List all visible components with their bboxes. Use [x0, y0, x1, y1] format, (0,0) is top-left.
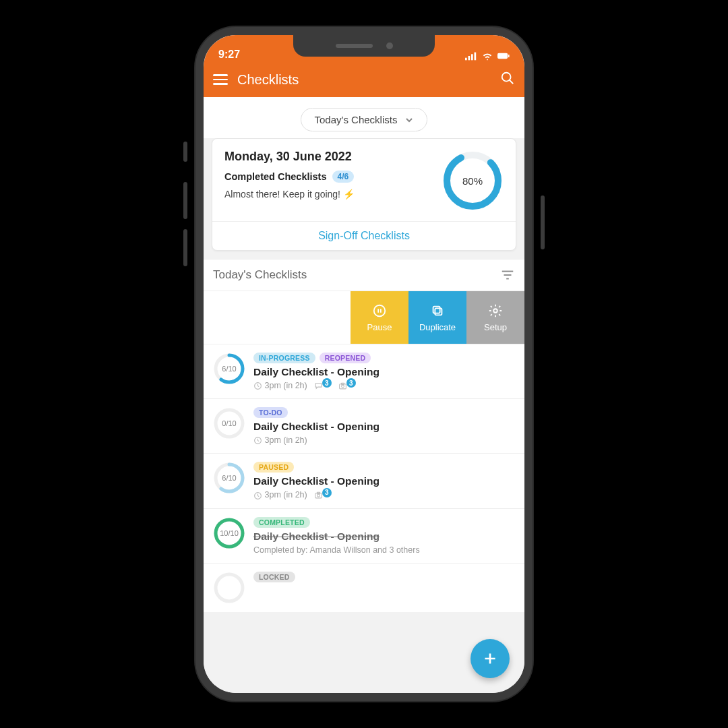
status-pill: REOPENED — [320, 353, 371, 363]
menu-button[interactable] — [213, 74, 228, 85]
time-meta: 3pm (in 2h) — [253, 435, 307, 445]
checklist-list: 6/10 IN-PROGRESSREOPENED Daily Checklist… — [204, 344, 524, 612]
summary-date: Monday, 30 June 2022 — [224, 150, 433, 164]
page-title: Checklists — [237, 72, 491, 88]
svg-rect-2 — [471, 54, 473, 60]
svg-line-7 — [510, 80, 514, 84]
completed-by: Completed by: Amanda Willson and 3 other… — [253, 545, 515, 555]
status-pill: IN-PROGRESS — [253, 353, 315, 363]
filter-icon[interactable] — [500, 268, 515, 282]
svg-rect-3 — [475, 53, 477, 61]
swipe-actions: Pause Duplicate Setup — [204, 291, 524, 344]
svg-rect-1 — [468, 56, 471, 60]
checklist-title: Daily Checklist - Opening — [253, 475, 515, 487]
duplicate-label: Duplicate — [419, 322, 456, 332]
gear-icon — [488, 303, 503, 318]
status-pill: LOCKED — [253, 572, 295, 582]
add-button[interactable] — [471, 639, 510, 678]
chevron-down-icon — [405, 116, 413, 124]
power-button — [541, 195, 545, 249]
search-icon — [500, 71, 515, 86]
duplicate-icon — [430, 303, 445, 318]
dropdown-area: Today's Checklists — [204, 97, 524, 138]
phone-notch — [293, 35, 435, 57]
plus-icon — [481, 650, 499, 667]
time-meta: 3pm (in 2h) — [253, 490, 307, 499]
svg-rect-17 — [433, 306, 440, 313]
volume-up-button — [183, 182, 187, 219]
checklist-item[interactable]: 0/10 TO-DO Daily Checklist - Opening 3pm… — [204, 398, 524, 453]
setup-action[interactable]: Setup — [466, 291, 524, 344]
status-pill: PAUSED — [253, 462, 294, 473]
progress-ring — [213, 572, 245, 604]
checklist-item[interactable]: 10/10 COMPLETED Daily Checklist - Openin… — [204, 508, 524, 563]
volume-down-button — [183, 229, 187, 266]
status-pill: TO-DO — [253, 407, 288, 418]
section-title: Today's Checklists — [213, 268, 307, 282]
checklist-title: Daily Checklist - Opening — [253, 421, 515, 433]
checklist-title: Daily Checklist - Opening — [253, 366, 515, 378]
view-selector-label: Today's Checklists — [315, 114, 398, 125]
duplicate-action[interactable]: Duplicate — [408, 291, 466, 344]
phone-frame: 9:27 Checklists Today's Checklists — [195, 27, 533, 701]
progress-count: 10/10 — [213, 517, 245, 549]
status-pill: COMPLETED — [253, 517, 310, 528]
signal-icon — [465, 51, 477, 61]
progress-ring: 0/10 — [213, 407, 245, 439]
svg-point-18 — [493, 309, 497, 313]
svg-point-13 — [374, 305, 386, 316]
camera-icon — [338, 382, 347, 390]
svg-point-23 — [341, 385, 344, 388]
clock-icon — [253, 382, 262, 390]
progress-percent: 80% — [442, 150, 504, 212]
progress-ring: 10/10 — [213, 517, 245, 549]
svg-rect-16 — [435, 308, 442, 315]
content-area: Today's Checklists Monday, 30 June 2022 … — [204, 97, 524, 693]
section-header: Today's Checklists — [204, 259, 524, 291]
completed-count-badge: 4/6 — [332, 171, 355, 183]
app-header: Checklists — [204, 62, 524, 97]
wifi-icon — [481, 51, 493, 61]
pause-label: Pause — [367, 322, 392, 332]
progress-ring: 6/10 — [213, 353, 245, 385]
progress-count: 6/10 — [213, 462, 245, 494]
svg-rect-0 — [465, 58, 467, 61]
pause-icon — [372, 303, 387, 318]
summary-card: Monday, 30 June 2022 Completed Checklist… — [212, 138, 516, 251]
svg-rect-5 — [508, 55, 510, 57]
camera-icon — [314, 491, 323, 499]
photos-badge[interactable]: 3 — [314, 491, 332, 499]
search-button[interactable] — [500, 71, 515, 88]
setup-label: Setup — [484, 322, 507, 332]
checklist-item[interactable]: 6/10 IN-PROGRESSREOPENED Daily Checklist… — [204, 344, 524, 398]
status-time: 9:27 — [218, 49, 240, 61]
checklist-item[interactable]: 6/10 PAUSED Daily Checklist - Opening 3p… — [204, 453, 524, 508]
svg-point-31 — [317, 494, 320, 497]
pause-action[interactable]: Pause — [351, 291, 408, 344]
checklist-item[interactable]: LOCKED — [204, 563, 524, 612]
clock-icon — [253, 436, 262, 445]
svg-rect-4 — [497, 53, 508, 59]
progress-count: 0/10 — [213, 407, 245, 439]
time-meta: 3pm (in 2h) — [253, 381, 307, 390]
summary-message: Almost there! Keep it going! ⚡ — [224, 188, 433, 201]
checklist-title: Daily Checklist - Opening — [253, 530, 515, 543]
signoff-button[interactable]: Sign-Off Checklists — [318, 230, 410, 242]
chat-icon — [314, 382, 323, 390]
clock-icon — [253, 491, 262, 500]
photos-badge[interactable]: 3 — [338, 382, 356, 390]
progress-ring: 6/10 — [213, 462, 245, 494]
view-selector[interactable]: Today's Checklists — [301, 108, 428, 131]
volume-mute-button — [183, 142, 187, 162]
comments-badge[interactable]: 3 — [314, 382, 332, 390]
svg-point-6 — [502, 73, 511, 82]
progress-count: 6/10 — [213, 353, 245, 385]
progress-count — [213, 572, 245, 604]
battery-icon — [497, 51, 510, 61]
progress-donut: 80% — [442, 150, 504, 212]
completed-label: Completed Checklists — [224, 171, 327, 182]
